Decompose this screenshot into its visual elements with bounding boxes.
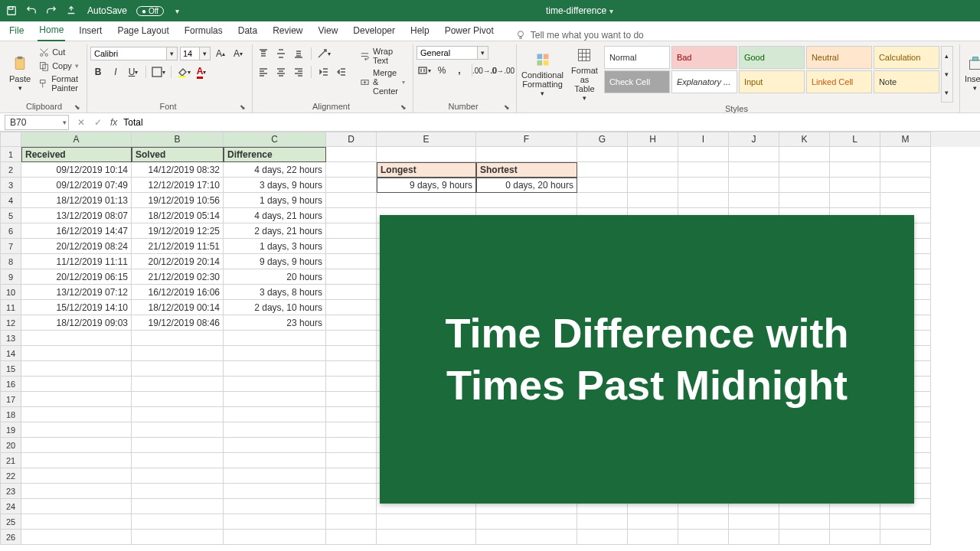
cell-M25[interactable] — [880, 514, 931, 530]
cell-B17[interactable] — [132, 392, 224, 407]
cell-B19[interactable] — [132, 422, 224, 438]
col-header-m[interactable]: M — [880, 132, 931, 147]
redo-icon[interactable] — [44, 4, 58, 18]
cell-K2[interactable] — [779, 162, 830, 178]
cell-B13[interactable] — [132, 331, 224, 346]
cell-A23[interactable] — [21, 484, 132, 499]
cell-D11[interactable] — [326, 300, 377, 315]
cell-L4[interactable] — [830, 193, 880, 208]
col-header-h[interactable]: H — [628, 132, 678, 147]
cell-C15[interactable] — [224, 361, 326, 377]
cell-B23[interactable] — [132, 484, 224, 499]
style-check-cell[interactable]: Check Cell — [604, 70, 670, 93]
style-calculation[interactable]: Calculation — [874, 46, 939, 69]
cell-A20[interactable] — [21, 438, 132, 453]
alignment-launcher-icon[interactable]: ⬊ — [400, 103, 407, 111]
cell-E1[interactable] — [377, 147, 476, 162]
cancel-formula-icon[interactable]: ✕ — [75, 117, 87, 128]
tab-review[interactable]: Review — [271, 22, 304, 41]
cell-A11[interactable]: 15/12/2019 14:10 — [21, 300, 132, 315]
cell-D13[interactable] — [326, 331, 377, 346]
cell-A9[interactable]: 20/12/2019 06:15 — [21, 269, 132, 285]
cell-D12[interactable] — [326, 315, 377, 331]
cell-K25[interactable] — [779, 514, 830, 530]
row-header-7[interactable]: 7 — [0, 239, 21, 254]
cell-M1[interactable] — [880, 147, 931, 162]
row-header-6[interactable]: 6 — [0, 223, 21, 239]
row-header-13[interactable]: 13 — [0, 331, 21, 346]
cell-I25[interactable] — [678, 514, 729, 530]
cell-J1[interactable] — [729, 147, 779, 162]
tab-power-pivot[interactable]: Power Pivot — [443, 22, 495, 41]
fill-color-button[interactable]: ▾ — [176, 64, 191, 80]
cell-A18[interactable] — [21, 407, 132, 422]
col-header-e[interactable]: E — [377, 132, 476, 147]
autosave-toggle[interactable]: ● Off — [136, 6, 164, 16]
cell-B16[interactable] — [132, 377, 224, 392]
format-painter-button[interactable]: Format Painter — [37, 73, 80, 93]
col-header-k[interactable]: K — [779, 132, 830, 147]
cell-C20[interactable] — [224, 438, 326, 453]
row-header-23[interactable]: 23 — [0, 484, 21, 499]
cell-B26[interactable] — [132, 530, 224, 545]
row-header-20[interactable]: 20 — [0, 438, 21, 453]
cell-H26[interactable] — [628, 530, 678, 545]
undo-icon[interactable] — [24, 4, 38, 18]
font-name-select[interactable]: ▾ — [90, 47, 178, 60]
cell-C2[interactable]: 4 days, 22 hours — [224, 162, 326, 178]
col-header-i[interactable]: I — [678, 132, 729, 147]
style-explanatory[interactable]: Explanatory ... — [671, 70, 737, 93]
tab-page-layout[interactable]: Page Layout — [116, 22, 170, 41]
cell-D21[interactable] — [326, 453, 377, 468]
cell-C10[interactable]: 3 days, 8 hours — [224, 285, 326, 300]
col-header-l[interactable]: L — [830, 132, 880, 147]
cell-C17[interactable] — [224, 392, 326, 407]
cell-C23[interactable] — [224, 484, 326, 499]
increase-indent-icon[interactable] — [334, 64, 349, 80]
accounting-format-icon[interactable]: ▾ — [416, 63, 432, 78]
cell-G2[interactable] — [577, 162, 628, 178]
percent-format-icon[interactable]: % — [434, 63, 449, 78]
tab-help[interactable]: Help — [409, 22, 431, 41]
cell-A19[interactable] — [21, 422, 132, 438]
select-all-corner[interactable] — [0, 132, 21, 147]
cell-F3[interactable]: 0 days, 20 hours — [476, 178, 577, 193]
insert-cells-button[interactable]: Insert▾ — [963, 46, 980, 100]
cell-A25[interactable] — [21, 514, 132, 530]
row-header-5[interactable]: 5 — [0, 208, 21, 223]
row-header-8[interactable]: 8 — [0, 254, 21, 269]
save-icon[interactable] — [5, 4, 18, 18]
cell-A8[interactable]: 11/12/2019 11:11 — [21, 254, 132, 269]
cell-D20[interactable] — [326, 438, 377, 453]
cell-C5[interactable]: 4 days, 21 hours — [224, 208, 326, 223]
row-header-9[interactable]: 9 — [0, 269, 21, 285]
copy-button[interactable]: Copy ▾ — [37, 60, 80, 72]
cell-J25[interactable] — [729, 514, 779, 530]
number-format-select[interactable]: ▾ — [416, 46, 510, 60]
cell-J2[interactable] — [729, 162, 779, 178]
row-header-11[interactable]: 11 — [0, 300, 21, 315]
cell-B11[interactable]: 18/12/2019 00:14 — [132, 300, 224, 315]
cell-D22[interactable] — [326, 468, 377, 484]
tab-formulas[interactable]: Formulas — [183, 22, 224, 41]
comma-format-icon[interactable]: , — [452, 63, 467, 78]
cell-A14[interactable] — [21, 346, 132, 361]
row-header-26[interactable]: 26 — [0, 530, 21, 545]
cell-A3[interactable]: 09/12/2019 07:49 — [21, 178, 132, 193]
cell-K26[interactable] — [779, 530, 830, 545]
cell-B22[interactable] — [132, 468, 224, 484]
cell-A10[interactable]: 13/12/2019 07:12 — [21, 285, 132, 300]
cell-C3[interactable]: 3 days, 9 hours — [224, 178, 326, 193]
cell-D9[interactable] — [326, 269, 377, 285]
cell-J3[interactable] — [729, 178, 779, 193]
cell-G25[interactable] — [577, 514, 628, 530]
cell-B2[interactable]: 14/12/2019 08:32 — [132, 162, 224, 178]
cell-C13[interactable] — [224, 331, 326, 346]
cell-I3[interactable] — [678, 178, 729, 193]
align-top-icon[interactable] — [256, 46, 271, 61]
cell-D2[interactable] — [326, 162, 377, 178]
cell-D17[interactable] — [326, 392, 377, 407]
align-left-icon[interactable] — [256, 64, 271, 80]
format-as-table-button[interactable]: Format as Table▾ — [570, 46, 599, 103]
increase-font-icon[interactable]: A▴ — [213, 46, 228, 61]
